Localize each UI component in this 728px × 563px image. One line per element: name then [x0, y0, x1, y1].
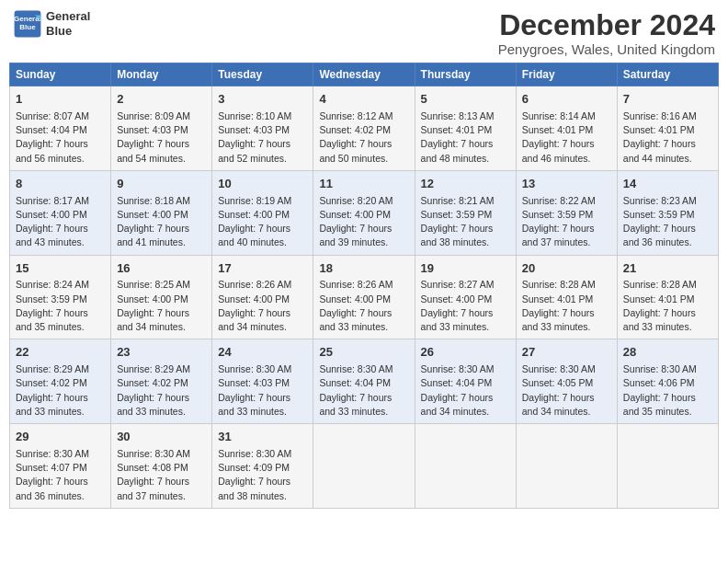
day-info-line: Sunrise: 8:26 AM [218, 279, 291, 290]
day-info-line: Daylight: 7 hours [522, 392, 595, 403]
day-info-line: Sunrise: 8:20 AM [319, 195, 392, 206]
calendar-cell [516, 424, 617, 509]
day-info-line: Sunset: 4:05 PM [522, 377, 594, 388]
day-number: 1 [16, 91, 105, 109]
page-subtitle: Penygroes, Wales, United Kingdom [498, 41, 715, 57]
calendar-cell: 11Sunrise: 8:20 AMSunset: 4:00 PMDayligh… [313, 170, 415, 255]
day-info-line: Sunset: 4:00 PM [421, 293, 493, 304]
header-friday: Friday [516, 63, 617, 86]
calendar-header-row: SundayMondayTuesdayWednesdayThursdayFrid… [10, 63, 719, 86]
day-info-line: Sunrise: 8:12 AM [319, 110, 392, 121]
day-info-line: Daylight: 7 hours [117, 223, 189, 234]
day-number: 6 [522, 91, 611, 109]
calendar-cell: 15Sunrise: 8:24 AMSunset: 3:59 PMDayligh… [10, 255, 111, 339]
calendar-cell: 24Sunrise: 8:30 AMSunset: 4:03 PMDayligh… [212, 339, 313, 424]
calendar-cell: 1Sunrise: 8:07 AMSunset: 4:04 PMDaylight… [10, 86, 111, 171]
day-info-line: Daylight: 7 hours [117, 476, 189, 487]
day-info-line: Sunrise: 8:25 AM [117, 279, 190, 290]
title-block: December 2024 Penygroes, Wales, United K… [498, 9, 715, 57]
day-info-line: and 33 minutes. [218, 406, 287, 417]
day-number: 14 [623, 176, 712, 193]
day-info-line: Sunset: 4:07 PM [16, 462, 87, 473]
day-info-line: and 43 minutes. [16, 236, 85, 247]
day-info-line: Sunset: 4:02 PM [319, 124, 391, 135]
day-info-line: Sunrise: 8:30 AM [421, 363, 495, 374]
calendar-cell: 5Sunrise: 8:13 AMSunset: 4:01 PMDaylight… [415, 86, 516, 171]
day-info-line: and 37 minutes. [522, 236, 591, 247]
day-info-line: Sunrise: 8:29 AM [117, 363, 190, 374]
calendar-cell: 12Sunrise: 8:21 AMSunset: 3:59 PMDayligh… [415, 170, 516, 255]
day-info-line: Sunrise: 8:30 AM [522, 363, 596, 374]
day-info-line: Sunrise: 8:14 AM [522, 110, 596, 121]
day-info-line: Sunset: 4:01 PM [421, 124, 493, 135]
day-info-line: Sunrise: 8:22 AM [522, 195, 596, 206]
calendar-cell: 17Sunrise: 8:26 AMSunset: 4:00 PMDayligh… [212, 255, 313, 339]
day-number: 13 [522, 176, 611, 193]
calendar-table: SundayMondayTuesdayWednesdayThursdayFrid… [9, 63, 719, 509]
day-info-line: Daylight: 7 hours [623, 223, 696, 234]
calendar-cell: 9Sunrise: 8:18 AMSunset: 4:00 PMDaylight… [111, 170, 212, 255]
day-info-line: Daylight: 7 hours [522, 223, 595, 234]
day-info-line: and 33 minutes. [623, 321, 692, 332]
day-info-line: and 37 minutes. [117, 490, 186, 501]
day-info-line: Sunset: 3:59 PM [623, 209, 695, 220]
header-thursday: Thursday [415, 63, 516, 86]
day-info-line: and 54 minutes. [117, 153, 186, 164]
day-number: 17 [218, 260, 307, 278]
header-saturday: Saturday [617, 63, 718, 86]
calendar-week-1: 1Sunrise: 8:07 AMSunset: 4:04 PMDaylight… [10, 86, 719, 171]
day-info-line: Daylight: 7 hours [16, 392, 88, 403]
calendar-cell: 14Sunrise: 8:23 AMSunset: 3:59 PMDayligh… [617, 170, 718, 255]
day-info-line: and 34 minutes. [218, 321, 287, 332]
day-info-line: Daylight: 7 hours [218, 223, 290, 234]
day-info-line: Daylight: 7 hours [16, 307, 88, 318]
day-number: 16 [117, 260, 206, 278]
day-info-line: Sunset: 4:00 PM [16, 209, 87, 220]
day-info-line: and 34 minutes. [421, 406, 490, 417]
day-info-line: Sunrise: 8:30 AM [117, 448, 190, 459]
calendar-cell: 29Sunrise: 8:30 AMSunset: 4:07 PMDayligh… [10, 424, 111, 509]
day-info-line: Daylight: 7 hours [218, 307, 290, 318]
day-info-line: Sunset: 4:03 PM [117, 124, 188, 135]
day-info-line: Sunset: 4:06 PM [623, 377, 695, 388]
day-info-line: and 33 minutes. [16, 406, 85, 417]
day-number: 29 [16, 429, 105, 446]
day-number: 19 [421, 260, 510, 278]
page-header: General Blue General Blue December 2024 … [9, 9, 719, 57]
calendar-cell: 21Sunrise: 8:28 AMSunset: 4:01 PMDayligh… [617, 255, 718, 339]
day-info-line: Daylight: 7 hours [421, 392, 494, 403]
calendar-cell: 20Sunrise: 8:28 AMSunset: 4:01 PMDayligh… [516, 255, 617, 339]
day-info-line: Sunset: 4:00 PM [319, 293, 391, 304]
calendar-week-2: 8Sunrise: 8:17 AMSunset: 4:00 PMDaylight… [10, 170, 719, 255]
day-info-line: Daylight: 7 hours [218, 138, 290, 149]
calendar-cell: 28Sunrise: 8:30 AMSunset: 4:06 PMDayligh… [617, 339, 718, 424]
day-info-line: Daylight: 7 hours [218, 476, 290, 487]
day-number: 10 [218, 176, 307, 193]
calendar-cell: 23Sunrise: 8:29 AMSunset: 4:02 PMDayligh… [111, 339, 212, 424]
day-info-line: Sunrise: 8:16 AM [623, 110, 697, 121]
day-number: 9 [117, 176, 206, 193]
day-info-line: Sunrise: 8:09 AM [117, 110, 190, 121]
day-number: 7 [623, 91, 712, 109]
day-info-line: Sunrise: 8:30 AM [218, 363, 291, 374]
day-info-line: Sunset: 4:02 PM [117, 377, 188, 388]
day-number: 18 [319, 260, 408, 278]
day-number: 25 [319, 344, 408, 362]
logo: General Blue General Blue [13, 9, 90, 39]
day-info-line: and 36 minutes. [16, 490, 85, 501]
calendar-week-3: 15Sunrise: 8:24 AMSunset: 3:59 PMDayligh… [10, 255, 719, 339]
day-number: 28 [623, 344, 712, 362]
day-info-line: Sunrise: 8:30 AM [218, 448, 291, 459]
day-info-line: Sunset: 4:03 PM [218, 377, 290, 388]
calendar-cell: 18Sunrise: 8:26 AMSunset: 4:00 PMDayligh… [313, 255, 415, 339]
day-number: 27 [522, 344, 611, 362]
day-info-line: Sunset: 3:59 PM [16, 293, 87, 304]
calendar-cell: 4Sunrise: 8:12 AMSunset: 4:02 PMDaylight… [313, 86, 415, 171]
day-info-line: Sunrise: 8:27 AM [421, 279, 495, 290]
day-info-line: Sunrise: 8:10 AM [218, 110, 291, 121]
day-info-line: and 36 minutes. [623, 236, 692, 247]
day-info-line: Sunrise: 8:17 AM [16, 195, 89, 206]
calendar-cell: 31Sunrise: 8:30 AMSunset: 4:09 PMDayligh… [212, 424, 313, 509]
calendar-cell: 22Sunrise: 8:29 AMSunset: 4:02 PMDayligh… [10, 339, 111, 424]
day-info-line: and 38 minutes. [421, 236, 490, 247]
